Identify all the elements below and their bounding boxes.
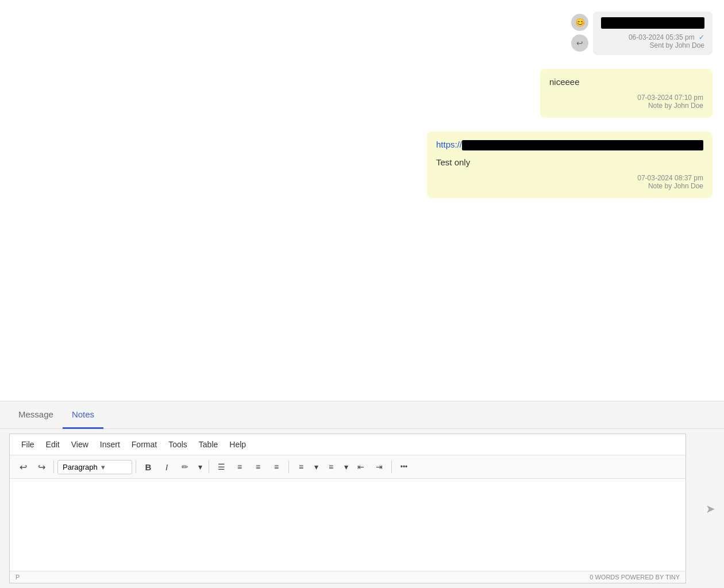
outdent-button[interactable]: ⇤ xyxy=(352,459,369,475)
word-count: 0 WORDS POWERED BY TINY xyxy=(590,574,680,581)
emoji-icon[interactable]: 😊 xyxy=(571,14,588,31)
message-bubble-1: 😊 ↩ 06-03-2024 05:35 pm ✓ Sent by John D… xyxy=(11,11,713,55)
message-timestamp: 06-03-2024 05:35 pm ✓ xyxy=(601,33,704,41)
note-bubble-1: niceeee 07-03-2024 07:10 pm Note by John… xyxy=(11,69,713,118)
menu-edit[interactable]: Edit xyxy=(41,438,64,451)
menu-file[interactable]: File xyxy=(17,438,39,451)
more-button[interactable]: ••• xyxy=(395,459,413,475)
note-content-2: https:// Test only 07-03-2024 08:37 pm N… xyxy=(427,131,713,198)
highlight-dropdown[interactable]: ▾ xyxy=(195,459,205,475)
chevron-down-icon: ▾ xyxy=(101,463,105,471)
note-meta-1: 07-03-2024 07:10 pm Note by John Doe xyxy=(549,94,703,110)
bullet-list-button[interactable]: ≡ xyxy=(292,459,310,475)
align-center-button[interactable]: ≡ xyxy=(231,459,248,475)
send-icon: ➤ xyxy=(706,502,715,516)
justify-button[interactable]: ≡ xyxy=(268,459,285,475)
undo-button[interactable]: ↩ xyxy=(14,459,32,475)
menu-table[interactable]: Table xyxy=(194,438,222,451)
paragraph-label: Paragraph xyxy=(63,463,98,471)
menu-bar: File Edit View Insert Format Tools Table… xyxy=(10,434,686,455)
note-bubble-2: https:// Test only 07-03-2024 08:37 pm N… xyxy=(11,131,713,198)
redo-button[interactable]: ↪ xyxy=(33,459,50,475)
paragraph-indicator: P xyxy=(16,574,20,581)
indent-button[interactable]: ⇥ xyxy=(371,459,388,475)
menu-help[interactable]: Help xyxy=(225,438,251,451)
align-right-button[interactable]: ≡ xyxy=(249,459,267,475)
note-link-row: https:// xyxy=(436,140,703,150)
tab-notes[interactable]: Notes xyxy=(63,401,103,429)
status-bar: P 0 WORDS POWERED BY TINY xyxy=(10,571,686,583)
note-meta-2: 07-03-2024 08:37 pm Note by John Doe xyxy=(436,174,703,190)
bold-button[interactable]: B xyxy=(140,459,157,475)
separator-4 xyxy=(288,461,289,473)
menu-format[interactable]: Format xyxy=(127,438,161,451)
numbered-list-button[interactable]: ≡ xyxy=(322,459,340,475)
separator-5 xyxy=(391,461,392,473)
separator-1 xyxy=(53,461,54,473)
menu-tools[interactable]: Tools xyxy=(164,438,192,451)
tabs-bar: Message Notes xyxy=(0,401,724,429)
note-content-1: niceeee 07-03-2024 07:10 pm Note by John… xyxy=(540,69,713,118)
separator-3 xyxy=(209,461,209,473)
menu-insert[interactable]: Insert xyxy=(95,438,125,451)
delivered-checkmark: ✓ xyxy=(699,33,704,41)
bottom-panel: Message Notes File Edit View Insert Form… xyxy=(0,401,724,588)
editor-body[interactable] xyxy=(10,479,686,571)
note-text-1: niceeee xyxy=(549,77,703,87)
reply-icon[interactable]: ↩ xyxy=(571,34,588,52)
bubble-actions: 😊 ↩ xyxy=(571,14,588,52)
menu-view[interactable]: View xyxy=(67,438,93,451)
editor-container: File Edit View Insert Format Tools Table… xyxy=(9,434,686,583)
bullet-list-dropdown[interactable]: ▾ xyxy=(311,459,321,475)
sender-label: Sent by John Doe xyxy=(601,41,704,49)
highlight-button[interactable]: ✏ xyxy=(176,459,194,475)
redacted-text xyxy=(601,17,704,29)
tab-message[interactable]: Message xyxy=(9,401,63,429)
italic-button[interactable]: I xyxy=(158,459,175,475)
note-link[interactable]: https:// xyxy=(436,140,462,149)
note-text-2: Test only xyxy=(436,157,703,167)
editor-outer-wrapper: File Edit View Insert Format Tools Table… xyxy=(0,434,724,583)
separator-2 xyxy=(136,461,136,473)
link-redacted xyxy=(462,140,703,150)
bubble-content-sent: 06-03-2024 05:35 pm ✓ Sent by John Doe xyxy=(593,11,713,55)
editor-wrapper: File Edit View Insert Format Tools Table… xyxy=(9,434,695,583)
send-button[interactable]: ➤ xyxy=(700,498,721,519)
numbered-list-dropdown[interactable]: ▾ xyxy=(341,459,351,475)
paragraph-select[interactable]: Paragraph ▾ xyxy=(57,460,132,474)
toolbar: ↩ ↪ Paragraph ▾ B I ✏ ▾ xyxy=(10,455,686,479)
chat-area: 😊 ↩ 06-03-2024 05:35 pm ✓ Sent by John D… xyxy=(0,0,724,401)
align-left-button[interactable]: ☰ xyxy=(213,459,230,475)
